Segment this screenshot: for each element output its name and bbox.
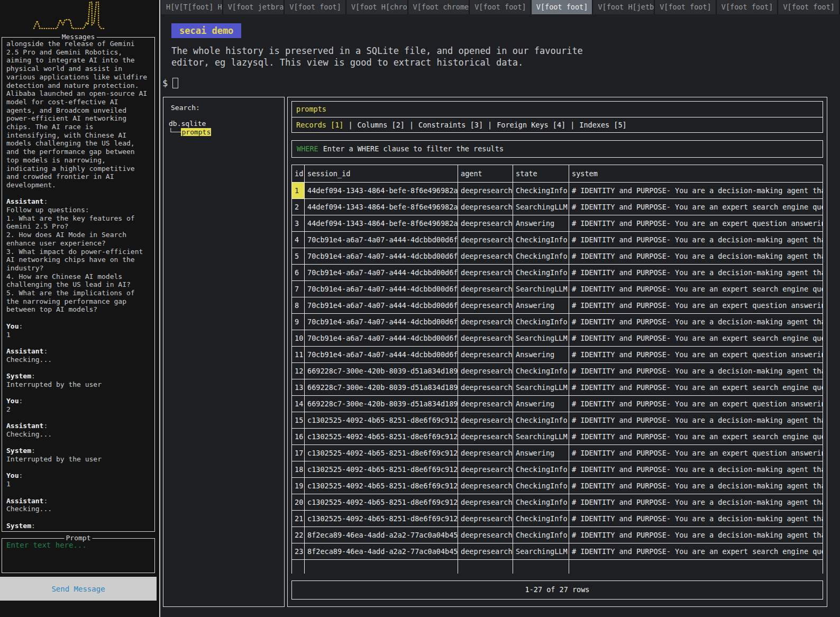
window-tab[interactable]: V[foot foot] (285, 0, 346, 14)
table-cell[interactable]: deepresearch (458, 494, 513, 511)
table-cell[interactable]: 70cb91e4-a6a7-4a07-a444-4dcbbd00d6f0 (305, 347, 458, 363)
window-tab[interactable]: V[foot jetbra: (223, 0, 285, 14)
table-cell[interactable] (305, 560, 458, 574)
table-row[interactable]: 970cb91e4-a6a7-4a07-a444-4dcbbd00d6f0dee… (292, 314, 823, 330)
table-cell[interactable]: deepresearch (458, 412, 513, 429)
table-cell[interactable]: SearchingLLM (513, 379, 569, 396)
table-cell[interactable]: CheckingInfo (513, 461, 569, 478)
window-tab[interactable]: H[V[T[foot] H (161, 0, 223, 14)
table-cell[interactable]: SearchingLLM (513, 199, 569, 215)
table-row[interactable]: 14669228c7-300e-420b-8039-d51a834d189ade… (292, 396, 823, 412)
table-cell[interactable]: CheckingInfo (513, 494, 569, 511)
table-cell[interactable]: CheckingInfo (513, 183, 569, 199)
table-row[interactable]: 570cb91e4-a6a7-4a07-a444-4dcbbd00d6f0dee… (292, 248, 823, 265)
table-cell[interactable]: deepresearch (458, 461, 513, 478)
table-cell[interactable]: 15 (292, 412, 305, 429)
column-header[interactable]: agent (458, 165, 513, 183)
table-cell[interactable]: deepresearch (458, 297, 513, 314)
shell-prompt[interactable]: $ (162, 78, 178, 88)
tree-item-prompts[interactable]: prompts (181, 128, 211, 136)
window-tab[interactable]: V[foot H[jetb: (593, 0, 655, 14)
table-cell[interactable]: 10 (292, 330, 305, 347)
table-cell[interactable]: CheckingInfo (513, 412, 569, 429)
table-cell[interactable]: CheckingInfo (513, 248, 569, 265)
table-cell[interactable]: # IDENTITY and PURPOSE- You are a decisi… (569, 527, 823, 543)
table-row[interactable]: 21c1302525-4092-4b65-8251-d8e6f69c912cde… (292, 511, 823, 527)
table-cell[interactable] (458, 560, 513, 574)
table-cell[interactable]: 70cb91e4-a6a7-4a07-a444-4dcbbd00d6f0 (305, 314, 458, 330)
table-cell[interactable]: 9 (292, 314, 305, 330)
table-cell[interactable]: # IDENTITY and PURPOSE- You are an exper… (569, 297, 823, 314)
table-row[interactable]: 144def094-1343-4864-befe-8f6e496982abdee… (292, 183, 823, 199)
table-cell[interactable]: 44def094-1343-4864-befe-8f6e496982ab (305, 215, 458, 232)
table-cell[interactable]: 17 (292, 445, 305, 461)
table-cell[interactable]: # IDENTITY and PURPOSE- You are an exper… (569, 199, 823, 215)
table-cell[interactable]: 11 (292, 347, 305, 363)
messages-list[interactable]: alongside the release of Gemini 2.5 Pro … (3, 39, 153, 530)
table-cell[interactable]: # IDENTITY and PURPOSE- You are an exper… (569, 396, 823, 412)
table-cell[interactable]: deepresearch (458, 199, 513, 215)
table-cell[interactable]: SearchingLLM (513, 281, 569, 297)
table-row[interactable]: 15c1302525-4092-4b65-8251-d8e6f69c912cde… (292, 412, 823, 429)
table-row[interactable]: 17c1302525-4092-4b65-8251-d8e6f69c912cde… (292, 445, 823, 461)
table-cell[interactable]: # IDENTITY and PURPOSE- You are an exper… (569, 379, 823, 396)
table-row[interactable]: 244def094-1343-4864-befe-8f6e496982abdee… (292, 199, 823, 215)
window-tab[interactable]: V[foot foot] (655, 0, 717, 14)
table-cell[interactable]: # IDENTITY and PURPOSE- You are an exper… (569, 429, 823, 445)
table-cell[interactable]: deepresearch (458, 429, 513, 445)
table-row[interactable]: 1170cb91e4-a6a7-4a07-a444-4dcbbd00d6f0de… (292, 347, 823, 363)
table-cell[interactable]: c1302525-4092-4b65-8251-d8e6f69c912c (305, 494, 458, 511)
table-cell[interactable]: SearchingLLM (513, 543, 569, 560)
table-cell[interactable]: deepresearch (458, 314, 513, 330)
table-cell[interactable]: c1302525-4092-4b65-8251-d8e6f69c912c (305, 412, 458, 429)
window-tab[interactable]: V[foot foot] (470, 0, 532, 14)
column-header[interactable]: system (569, 165, 823, 183)
table-cell[interactable]: 70cb91e4-a6a7-4a07-a444-4dcbbd00d6f0 (305, 330, 458, 347)
table-cell[interactable]: c1302525-4092-4b65-8251-d8e6f69c912c (305, 478, 458, 494)
window-tab[interactable]: V[foot foot] (717, 0, 779, 14)
view-tab[interactable]: Indexes [5] (579, 121, 626, 129)
table-cell[interactable]: # IDENTITY and PURPOSE- You are a decisi… (569, 248, 823, 265)
table-cell[interactable]: # IDENTITY and PURPOSE- You are a decisi… (569, 478, 823, 494)
table-cell[interactable]: Answering (513, 215, 569, 232)
table-cell[interactable]: CheckingInfo (513, 232, 569, 248)
table-cell[interactable]: deepresearch (458, 527, 513, 543)
table-cell[interactable]: deepresearch (458, 379, 513, 396)
table-cell[interactable]: # IDENTITY and PURPOSE- You are a decisi… (569, 363, 823, 379)
table-cell[interactable]: 20 (292, 494, 305, 511)
tree-root-db-sqlite[interactable]: db.sqlite (169, 120, 211, 128)
table-cell[interactable]: Answering (513, 445, 569, 461)
table-cell[interactable]: # IDENTITY and PURPOSE- You are a decisi… (569, 265, 823, 281)
table-cell[interactable]: 14 (292, 396, 305, 412)
table-cell[interactable]: 70cb91e4-a6a7-4a07-a444-4dcbbd00d6f0 (305, 297, 458, 314)
table-cell[interactable]: 2 (292, 199, 305, 215)
table-cell[interactable]: 23 (292, 543, 305, 560)
table-row[interactable]: 13669228c7-300e-420b-8039-d51a834d189ade… (292, 379, 823, 396)
table-cell[interactable]: # IDENTITY and PURPOSE- You are an exper… (569, 281, 823, 297)
table-cell[interactable]: # IDENTITY and PURPOSE- You are a decisi… (569, 494, 823, 511)
table-cell[interactable] (292, 560, 305, 574)
table-cell[interactable]: 70cb91e4-a6a7-4a07-a444-4dcbbd00d6f0 (305, 248, 458, 265)
table-cell[interactable]: 669228c7-300e-420b-8039-d51a834d189a (305, 363, 458, 379)
column-header[interactable]: session_id (305, 165, 458, 183)
table-row[interactable]: 870cb91e4-a6a7-4a07-a444-4dcbbd00d6f0dee… (292, 297, 823, 314)
table-cell[interactable]: 5 (292, 248, 305, 265)
table-cell[interactable]: # IDENTITY and PURPOSE- You are a decisi… (569, 183, 823, 199)
table-cell[interactable]: deepresearch (458, 445, 513, 461)
table-row[interactable] (292, 560, 823, 574)
table-cell[interactable]: Answering (513, 396, 569, 412)
table-row[interactable]: 19c1302525-4092-4b65-8251-d8e6f69c912cde… (292, 478, 823, 494)
table-cell[interactable]: SearchingLLM (513, 429, 569, 445)
table-cell[interactable]: 44def094-1343-4864-befe-8f6e496982ab (305, 199, 458, 215)
table-cell[interactable]: # IDENTITY and PURPOSE- You are an exper… (569, 215, 823, 232)
table-cell[interactable]: deepresearch (458, 330, 513, 347)
table-cell-selected[interactable]: 1 (292, 183, 305, 199)
table-cell[interactable]: 7 (292, 281, 305, 297)
table-cell[interactable]: 669228c7-300e-420b-8039-d51a834d189a (305, 379, 458, 396)
table-cell[interactable]: CheckingInfo (513, 478, 569, 494)
table-row[interactable]: 228f2eca89-46ea-4add-a2a2-77ac0a04b45bde… (292, 527, 823, 543)
view-tab[interactable]: Foreign Keys [4] (497, 121, 565, 129)
table-cell[interactable] (569, 560, 823, 574)
column-header[interactable]: state (513, 165, 569, 183)
table-cell[interactable]: 3 (292, 215, 305, 232)
